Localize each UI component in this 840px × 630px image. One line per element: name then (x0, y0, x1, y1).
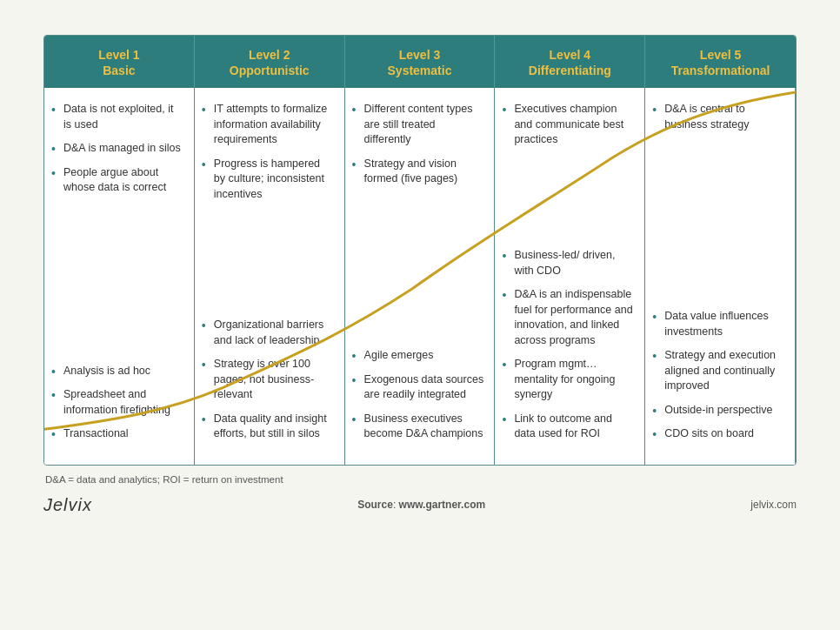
top-bullet-1-3: People argue about whose data is correct (51, 165, 183, 196)
bottom-bullet-list-5: Data value influences investmentsStrateg… (652, 309, 784, 442)
spacer-5 (652, 241, 784, 302)
top-section-1: Data is not exploited, it is usedD&A is … (51, 102, 183, 241)
bottom-bullet-list-2: Organizational barriers and lack of lead… (202, 318, 334, 442)
level-num-1: Level 1 (55, 48, 183, 62)
header-cell-5: Level 5Transformational (645, 36, 796, 88)
top-bullet-2-1: IT attempts to formalize information ava… (202, 102, 334, 148)
body-cell-4: Executives champion and communicate best… (495, 88, 645, 465)
cell-content-1: Data is not exploited, it is usedD&A is … (51, 102, 183, 451)
site-url: jelvix.com (750, 499, 797, 511)
bottom-bullet-3-1: Agile emerges (352, 348, 484, 364)
top-bullet-5-1: D&A is central to business strategy (652, 102, 784, 132)
bottom-section-4: Business-led/ driven, with CDOD&A is an … (502, 241, 634, 451)
top-bullet-1-2: D&A is managed in silos (51, 141, 183, 157)
bottom-bullet-3-2: Exogenous data sources are readily integ… (352, 372, 484, 403)
top-bullet-3-1: Different content types are still treate… (352, 102, 484, 148)
top-bullet-2-2: Progress is hampered by culture; inconsi… (202, 157, 334, 203)
cell-content-4: Executives champion and communicate best… (502, 102, 634, 451)
brand-logo: Jelvix (43, 495, 92, 515)
body-cell-2: IT attempts to formalize information ava… (195, 88, 345, 465)
top-bullet-list-2: IT attempts to formalize information ava… (202, 102, 334, 202)
bottom-section-2: Organizational barriers and lack of lead… (202, 311, 334, 451)
bottom-bullet-2-2: Strategy is over 100 pages; not business… (202, 357, 334, 403)
bottom-bullet-4-1: Business-led/ driven, with CDO (502, 248, 634, 278)
level-name-2: Opportunistic (205, 64, 334, 77)
top-bullet-list-1: Data is not exploited, it is usedD&A is … (51, 102, 183, 196)
bottom-bullet-1-1: Analysis is ad hoc (51, 364, 183, 379)
table-body: Data is not exploited, it is usedD&A is … (44, 88, 796, 465)
header-cell-3: Level 3Systematic (345, 36, 496, 88)
top-bullet-4-1: Executives champion and communicate best… (502, 102, 634, 148)
spacer-3 (352, 241, 484, 341)
top-section-3: Different content types are still treate… (352, 102, 484, 241)
body-cell-3: Different content types are still treate… (345, 88, 496, 465)
top-section-4: Executives champion and communicate best… (502, 102, 634, 241)
level-name-5: Transformational (656, 64, 785, 77)
level-name-4: Differentiating (505, 64, 634, 77)
bottom-section-3: Agile emergesExogenous data sources are … (352, 341, 484, 451)
cell-content-3: Different content types are still treate… (352, 102, 484, 451)
header-cell-1: Level 1Basic (44, 36, 195, 88)
source-text: Source: www.gartner.com (357, 499, 485, 511)
bottom-bullet-4-3: Program mgmt… mentality for ongoing syne… (502, 357, 634, 403)
bottom-bullet-5-3: Outside-in perspective (652, 403, 784, 419)
bottom-bullet-4-4: Link to outcome and data used for ROI (502, 412, 634, 442)
header-cell-4: Level 4Differentiating (495, 36, 645, 88)
level-num-3: Level 3 (356, 48, 484, 62)
source-url: www.gartner.com (399, 499, 486, 511)
bottom-section-5: Data value influences investmentsStrateg… (652, 302, 784, 451)
body-cell-1: Data is not exploited, it is usedD&A is … (44, 88, 195, 465)
cell-content-5: D&A is central to business strategyData … (652, 102, 784, 451)
level-num-4: Level 4 (505, 48, 634, 62)
bottom-bullet-5-1: Data value influences investments (652, 309, 784, 339)
spacer-1 (51, 241, 183, 357)
top-bullet-list-5: D&A is central to business strategy (652, 102, 784, 132)
top-bullet-3-2: Strategy and vision formed (five pages) (352, 157, 484, 187)
bottom-bullet-list-3: Agile emergesExogenous data sources are … (352, 348, 484, 442)
body-cell-5: D&A is central to business strategyData … (645, 88, 796, 465)
bottom-bullet-2-1: Organizational barriers and lack of lead… (202, 318, 334, 348)
bottom-bullet-3-3: Business executives become D&A champions (352, 412, 484, 442)
bottom-bullet-1-2: Spreadsheet and information firefighting (51, 387, 183, 418)
spacer-2 (202, 241, 334, 311)
bottom-bullet-5-2: Strategy and execution aligned and conti… (652, 348, 784, 394)
footer-note: D&A = data and analytics; ROI = return o… (43, 474, 797, 485)
top-bullet-list-4: Executives champion and communicate best… (502, 102, 634, 148)
top-section-2: IT attempts to formalize information ava… (202, 102, 334, 241)
page-wrapper: Level 1BasicLevel 2OpportunisticLevel 3S… (17, 17, 823, 630)
top-section-5: D&A is central to business strategy (652, 102, 784, 241)
table-header: Level 1BasicLevel 2OpportunisticLevel 3S… (44, 36, 796, 88)
bottom-bullet-1-3: Transactional (51, 426, 183, 442)
cell-content-2: IT attempts to formalize information ava… (202, 102, 334, 451)
footer-row: Jelvix Source: www.gartner.com jelvix.co… (43, 495, 797, 515)
bottom-bullet-2-3: Data quality and insight efforts, but st… (202, 412, 334, 442)
bottom-bullet-5-4: CDO sits on board (652, 426, 784, 442)
maturity-table: Level 1BasicLevel 2OpportunisticLevel 3S… (43, 35, 797, 466)
top-bullet-list-3: Different content types are still treate… (352, 102, 484, 187)
level-name-1: Basic (55, 64, 183, 77)
level-num-5: Level 5 (656, 48, 785, 62)
bottom-bullet-4-2: D&A is an indispensable fuel for perform… (502, 287, 634, 348)
bottom-bullet-list-1: Analysis is ad hocSpreadsheet and inform… (51, 364, 183, 442)
header-cell-2: Level 2Opportunistic (195, 36, 345, 88)
top-bullet-1-1: Data is not exploited, it is used (51, 102, 183, 132)
footer-note-text: D&A = data and analytics; ROI = return o… (45, 474, 283, 485)
source-label: Source (357, 499, 393, 511)
bottom-bullet-list-4: Business-led/ driven, with CDOD&A is an … (502, 248, 634, 442)
level-num-2: Level 2 (205, 48, 334, 62)
bottom-section-1: Analysis is ad hocSpreadsheet and inform… (51, 357, 183, 451)
level-name-3: Systematic (356, 64, 484, 77)
